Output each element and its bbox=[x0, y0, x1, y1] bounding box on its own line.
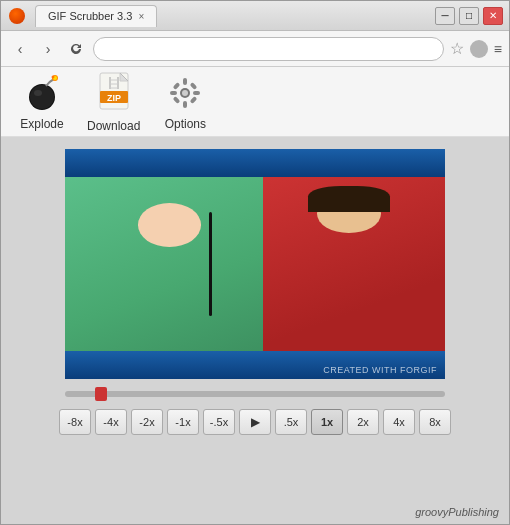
speed-btn-neg2x[interactable]: -2x bbox=[131, 409, 163, 435]
forward-button[interactable]: › bbox=[37, 38, 59, 60]
footer-text: groovyPublishing bbox=[415, 506, 499, 518]
maximize-button[interactable]: □ bbox=[459, 7, 479, 25]
svg-rect-22 bbox=[173, 96, 181, 104]
download-button[interactable]: ZIP Download bbox=[87, 71, 140, 133]
address-right-icons: ☆ ≡ bbox=[450, 39, 501, 58]
video-top-bar bbox=[65, 149, 445, 177]
tab-area: GIF Scrubber 3.3 × bbox=[35, 5, 501, 27]
explode-button[interactable]: Explode bbox=[17, 73, 67, 131]
svg-point-1 bbox=[30, 85, 54, 109]
options-gear-icon bbox=[165, 73, 205, 113]
title-bar: GIF Scrubber 3.3 × ─ □ ✕ bbox=[1, 1, 509, 31]
close-button[interactable]: ✕ bbox=[483, 7, 503, 25]
svg-rect-18 bbox=[170, 91, 177, 95]
footer-brand: groovyPublishing bbox=[415, 506, 499, 518]
video-watermark: CREATED WITH FORGIF bbox=[323, 365, 437, 375]
video-scene bbox=[65, 177, 445, 351]
scrubber-track[interactable] bbox=[65, 391, 445, 397]
video-player: CREATED WITH FORGIF bbox=[65, 149, 445, 379]
address-bar: ‹ › ☆ ≡ bbox=[1, 31, 509, 67]
browser-window: GIF Scrubber 3.3 × ─ □ ✕ ‹ › bbox=[0, 0, 510, 525]
svg-rect-21 bbox=[190, 82, 198, 90]
speed-btn-8x[interactable]: 8x bbox=[419, 409, 451, 435]
svg-point-15 bbox=[182, 90, 188, 96]
options-button[interactable]: Options bbox=[160, 73, 210, 131]
refresh-icon bbox=[68, 41, 84, 57]
menu-icon[interactable]: ≡ bbox=[494, 41, 501, 57]
scrubber-thumb[interactable] bbox=[95, 387, 107, 401]
minimize-button[interactable]: ─ bbox=[435, 7, 455, 25]
svg-point-5 bbox=[52, 75, 55, 78]
tab-close-button[interactable]: × bbox=[138, 11, 144, 22]
svg-rect-20 bbox=[173, 82, 181, 90]
speed-controls: -8x-4x-2x-1x-.5x▶.5x1x2x4x8x bbox=[59, 409, 451, 435]
zip-icon: ZIP bbox=[94, 71, 134, 115]
speed-btn-neg4x[interactable]: -4x bbox=[95, 409, 127, 435]
bomb-icon bbox=[22, 73, 62, 113]
play-button[interactable]: ▶ bbox=[239, 409, 271, 435]
svg-rect-16 bbox=[183, 78, 187, 85]
svg-rect-17 bbox=[183, 101, 187, 108]
speed-btn-neg8x[interactable]: -8x bbox=[59, 409, 91, 435]
speed-btn-1x[interactable]: 1x bbox=[311, 409, 343, 435]
video-bottom-bar: CREATED WITH FORGIF bbox=[65, 351, 445, 379]
explode-label: Explode bbox=[20, 117, 63, 131]
speed-btn-neg5x[interactable]: -.5x bbox=[203, 409, 235, 435]
speed-btn-5x[interactable]: .5x bbox=[275, 409, 307, 435]
svg-text:ZIP: ZIP bbox=[107, 93, 121, 103]
speed-btn-neg1x[interactable]: -1x bbox=[167, 409, 199, 435]
bookmark-icon[interactable]: ☆ bbox=[450, 39, 464, 58]
browser-tab[interactable]: GIF Scrubber 3.3 × bbox=[35, 5, 157, 27]
svg-rect-23 bbox=[190, 96, 198, 104]
download-label: Download bbox=[87, 119, 140, 133]
content-area: CREATED WITH FORGIF -8x-4x-2x-1x-.5x▶.5x… bbox=[1, 137, 509, 524]
back-button[interactable]: ‹ bbox=[9, 38, 31, 60]
url-input[interactable] bbox=[93, 37, 444, 61]
identity-icon bbox=[470, 40, 488, 58]
options-label: Options bbox=[165, 117, 206, 131]
svg-rect-19 bbox=[193, 91, 200, 95]
speed-btn-4x[interactable]: 4x bbox=[383, 409, 415, 435]
browser-icon bbox=[9, 8, 25, 24]
refresh-button[interactable] bbox=[65, 38, 87, 60]
speed-btn-2x[interactable]: 2x bbox=[347, 409, 379, 435]
scrubber-container bbox=[65, 387, 445, 401]
toolbar: Explode ZIP Download bbox=[1, 67, 509, 137]
svg-point-2 bbox=[34, 90, 42, 96]
tab-label: GIF Scrubber 3.3 bbox=[48, 10, 132, 22]
window-controls: ─ □ ✕ bbox=[435, 7, 503, 25]
